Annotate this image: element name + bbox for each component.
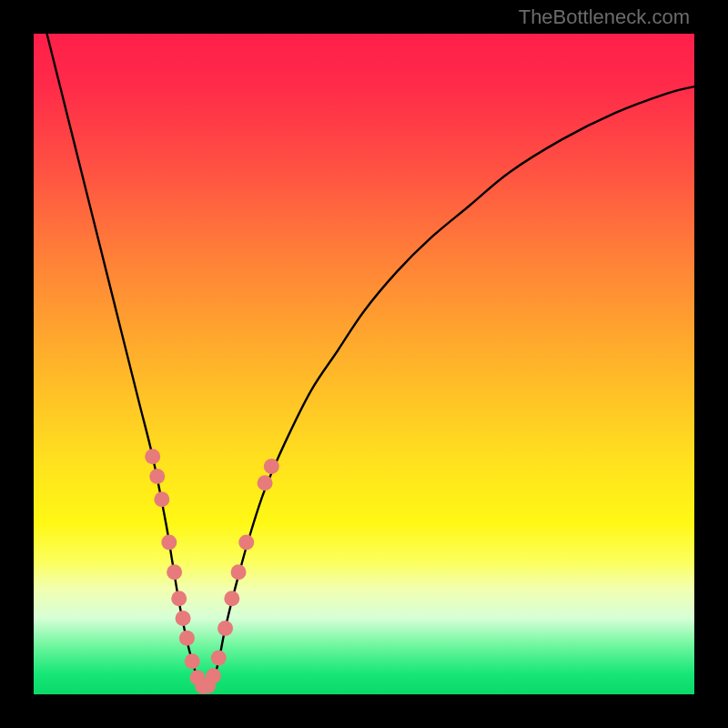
curve-layer <box>34 34 694 694</box>
marker-point <box>176 611 191 626</box>
marker-point <box>224 591 239 606</box>
marker-point <box>238 535 254 551</box>
marker-point <box>185 653 200 669</box>
marker-point <box>258 475 273 490</box>
marker-point <box>179 631 195 646</box>
marker-point <box>149 469 165 484</box>
marker-point <box>206 668 221 683</box>
bottleneck-curve <box>47 34 694 688</box>
chart-stage: TheBottleneck.com <box>0 0 728 728</box>
plot-area <box>34 34 694 694</box>
marker-point <box>231 564 247 580</box>
marker-point <box>161 535 177 551</box>
watermark-text: TheBottleneck.com <box>519 5 690 29</box>
highlighted-points <box>145 449 279 694</box>
marker-point <box>264 459 279 474</box>
marker-point <box>217 621 233 636</box>
marker-point <box>211 651 227 666</box>
marker-point <box>154 491 169 507</box>
marker-point <box>145 449 160 464</box>
marker-point <box>171 591 187 606</box>
marker-point <box>167 564 182 580</box>
